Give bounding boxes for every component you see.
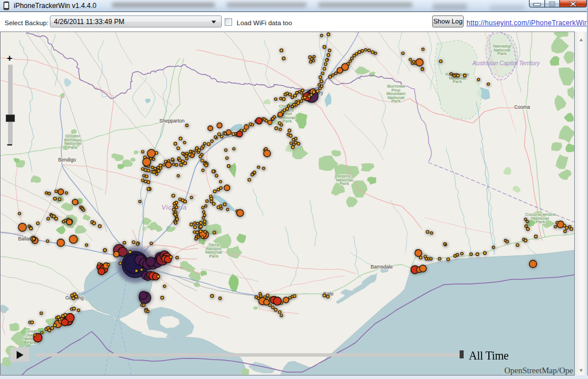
svg-text:Park: Park: [209, 254, 219, 259]
svg-text:Park: Park: [453, 79, 462, 84]
svg-text:Barnsdale: Barnsdale: [371, 264, 393, 270]
svg-text:Park: Park: [497, 51, 507, 56]
svg-text:Park: Park: [340, 181, 350, 186]
svg-text:Park: Park: [536, 219, 546, 224]
svg-text:Park: Park: [391, 98, 401, 104]
svg-text:Cooma: Cooma: [514, 104, 530, 110]
svg-text:Park: Park: [68, 145, 78, 150]
svg-text:Bendigo: Bendigo: [58, 157, 76, 163]
svg-text:Shepparton: Shepparton: [159, 118, 185, 124]
svg-text:Australian Capital Territory: Australian Capital Territory: [472, 60, 540, 66]
svg-text:Park: Park: [283, 119, 292, 124]
